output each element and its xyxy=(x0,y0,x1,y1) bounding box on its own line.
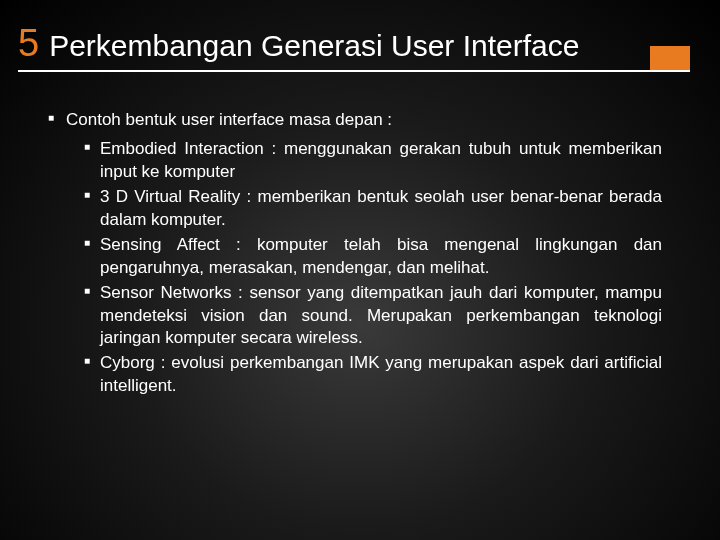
accent-block xyxy=(650,46,690,72)
title-text: Perkembangan Generasi User Interface xyxy=(49,29,579,63)
sub-bullet: Cyborg : evolusi perkembangan IMK yang m… xyxy=(84,352,662,398)
sub-bullet: Sensor Networks : sensor yang ditempatka… xyxy=(84,282,662,351)
sub-bullet: 3 D Virtual Reality : memberikan bentuk … xyxy=(84,186,662,232)
sub-bullet: Sensing Affect : komputer telah bisa men… xyxy=(84,234,662,280)
slide-title-row: 5 Perkembangan Generasi User Interface xyxy=(0,0,720,69)
sub-bullet: Embodied Interaction : menggunakan gerak… xyxy=(84,138,662,184)
main-bullet: Contoh bentuk user interface masa depan … xyxy=(48,109,672,132)
title-underline xyxy=(18,70,690,72)
title-number: 5 xyxy=(18,22,39,65)
sub-bullet-list: Embodied Interaction : menggunakan gerak… xyxy=(48,138,672,398)
slide-content: Contoh bentuk user interface masa depan … xyxy=(0,69,720,398)
